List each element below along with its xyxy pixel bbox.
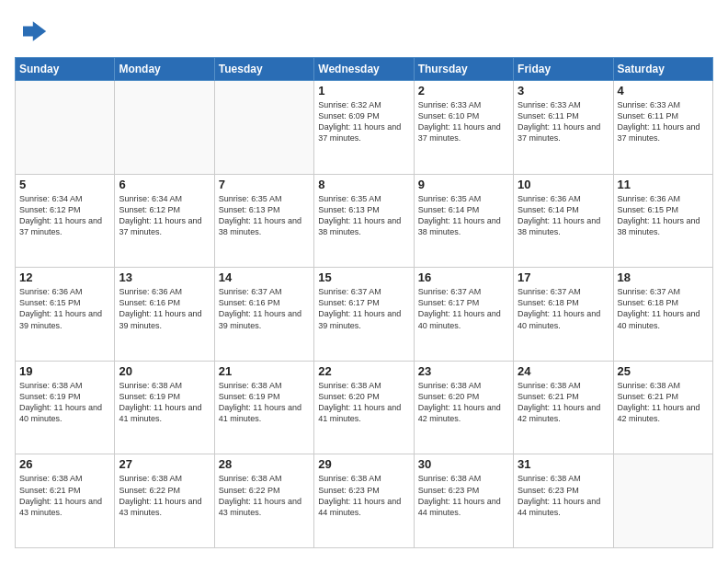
day-number: 13 bbox=[119, 270, 210, 284]
day-info: Sunrise: 6:38 AM Sunset: 6:21 PM Dayligh… bbox=[518, 380, 609, 425]
calendar-cell: 27Sunrise: 6:38 AM Sunset: 6:22 PM Dayli… bbox=[115, 454, 214, 548]
day-number: 31 bbox=[518, 457, 609, 471]
calendar-cell: 30Sunrise: 6:38 AM Sunset: 6:23 PM Dayli… bbox=[414, 454, 513, 548]
calendar-cell: 9Sunrise: 6:35 AM Sunset: 6:14 PM Daylig… bbox=[414, 174, 513, 268]
day-number: 9 bbox=[418, 178, 509, 191]
calendar-day-header: Monday bbox=[115, 58, 214, 81]
calendar-cell: 11Sunrise: 6:36 AM Sunset: 6:15 PM Dayli… bbox=[613, 174, 712, 268]
calendar-cell: 15Sunrise: 6:37 AM Sunset: 6:17 PM Dayli… bbox=[314, 268, 414, 362]
calendar-cell: 17Sunrise: 6:37 AM Sunset: 6:18 PM Dayli… bbox=[514, 268, 613, 362]
day-number: 8 bbox=[318, 178, 409, 191]
day-info: Sunrise: 6:36 AM Sunset: 6:14 PM Dayligh… bbox=[518, 193, 609, 238]
day-number: 1 bbox=[318, 84, 409, 98]
calendar-cell: 12Sunrise: 6:36 AM Sunset: 6:15 PM Dayli… bbox=[16, 268, 115, 362]
calendar-week-row: 5Sunrise: 6:34 AM Sunset: 6:12 PM Daylig… bbox=[16, 174, 713, 268]
header bbox=[15, 15, 713, 48]
day-number: 27 bbox=[119, 457, 210, 471]
calendar-cell: 18Sunrise: 6:37 AM Sunset: 6:18 PM Dayli… bbox=[613, 268, 712, 362]
calendar-cell: 25Sunrise: 6:38 AM Sunset: 6:21 PM Dayli… bbox=[613, 361, 712, 454]
calendar-cell: 23Sunrise: 6:38 AM Sunset: 6:20 PM Dayli… bbox=[414, 361, 513, 454]
day-info: Sunrise: 6:36 AM Sunset: 6:15 PM Dayligh… bbox=[19, 286, 110, 331]
day-info: Sunrise: 6:38 AM Sunset: 6:23 PM Dayligh… bbox=[518, 473, 609, 518]
calendar-cell: 10Sunrise: 6:36 AM Sunset: 6:14 PM Dayli… bbox=[514, 174, 613, 268]
calendar-cell bbox=[16, 81, 115, 175]
day-number: 16 bbox=[418, 270, 509, 284]
day-info: Sunrise: 6:38 AM Sunset: 6:23 PM Dayligh… bbox=[318, 473, 409, 518]
day-info: Sunrise: 6:38 AM Sunset: 6:19 PM Dayligh… bbox=[219, 380, 310, 425]
day-info: Sunrise: 6:32 AM Sunset: 6:09 PM Dayligh… bbox=[318, 99, 409, 144]
calendar-cell bbox=[115, 81, 214, 175]
day-info: Sunrise: 6:38 AM Sunset: 6:21 PM Dayligh… bbox=[618, 380, 709, 425]
calendar-cell bbox=[613, 454, 712, 548]
day-info: Sunrise: 6:37 AM Sunset: 6:18 PM Dayligh… bbox=[518, 286, 609, 331]
day-number: 7 bbox=[219, 178, 310, 191]
day-number: 18 bbox=[618, 270, 709, 284]
day-number: 20 bbox=[119, 364, 210, 378]
day-info: Sunrise: 6:38 AM Sunset: 6:19 PM Dayligh… bbox=[119, 380, 210, 425]
day-info: Sunrise: 6:38 AM Sunset: 6:20 PM Dayligh… bbox=[418, 380, 509, 425]
calendar-cell: 19Sunrise: 6:38 AM Sunset: 6:19 PM Dayli… bbox=[16, 361, 115, 454]
calendar-week-row: 1Sunrise: 6:32 AM Sunset: 6:09 PM Daylig… bbox=[16, 81, 713, 175]
calendar-cell: 21Sunrise: 6:38 AM Sunset: 6:19 PM Dayli… bbox=[214, 361, 313, 454]
logo-icon bbox=[15, 15, 48, 48]
day-number: 11 bbox=[618, 178, 709, 191]
calendar-cell: 24Sunrise: 6:38 AM Sunset: 6:21 PM Dayli… bbox=[514, 361, 613, 454]
calendar-cell: 6Sunrise: 6:34 AM Sunset: 6:12 PM Daylig… bbox=[115, 174, 214, 268]
calendar-cell: 7Sunrise: 6:35 AM Sunset: 6:13 PM Daylig… bbox=[214, 174, 313, 268]
day-number: 12 bbox=[19, 270, 110, 284]
calendar-cell: 20Sunrise: 6:38 AM Sunset: 6:19 PM Dayli… bbox=[115, 361, 214, 454]
day-info: Sunrise: 6:38 AM Sunset: 6:19 PM Dayligh… bbox=[19, 380, 110, 425]
calendar-cell: 22Sunrise: 6:38 AM Sunset: 6:20 PM Dayli… bbox=[314, 361, 414, 454]
day-number: 5 bbox=[19, 178, 110, 191]
day-info: Sunrise: 6:35 AM Sunset: 6:14 PM Dayligh… bbox=[418, 193, 509, 238]
day-info: Sunrise: 6:36 AM Sunset: 6:15 PM Dayligh… bbox=[618, 193, 709, 238]
day-info: Sunrise: 6:37 AM Sunset: 6:16 PM Dayligh… bbox=[219, 286, 310, 331]
day-info: Sunrise: 6:34 AM Sunset: 6:12 PM Dayligh… bbox=[19, 193, 110, 238]
day-number: 25 bbox=[618, 364, 709, 378]
calendar-header-row: SundayMondayTuesdayWednesdayThursdayFrid… bbox=[16, 58, 713, 81]
calendar-cell: 29Sunrise: 6:38 AM Sunset: 6:23 PM Dayli… bbox=[314, 454, 414, 548]
calendar-day-header: Wednesday bbox=[314, 58, 414, 81]
day-info: Sunrise: 6:36 AM Sunset: 6:16 PM Dayligh… bbox=[119, 286, 210, 331]
calendar-cell: 4Sunrise: 6:33 AM Sunset: 6:11 PM Daylig… bbox=[613, 81, 712, 175]
calendar-cell: 26Sunrise: 6:38 AM Sunset: 6:21 PM Dayli… bbox=[16, 454, 115, 548]
day-info: Sunrise: 6:38 AM Sunset: 6:20 PM Dayligh… bbox=[318, 380, 409, 425]
day-number: 24 bbox=[518, 364, 609, 378]
day-info: Sunrise: 6:37 AM Sunset: 6:17 PM Dayligh… bbox=[418, 286, 509, 331]
calendar-week-row: 26Sunrise: 6:38 AM Sunset: 6:21 PM Dayli… bbox=[16, 454, 713, 548]
logo bbox=[15, 15, 51, 48]
day-number: 22 bbox=[318, 364, 409, 378]
calendar-day-header: Saturday bbox=[613, 58, 712, 81]
day-info: Sunrise: 6:33 AM Sunset: 6:11 PM Dayligh… bbox=[618, 99, 709, 144]
day-number: 19 bbox=[19, 364, 110, 378]
calendar-cell: 13Sunrise: 6:36 AM Sunset: 6:16 PM Dayli… bbox=[115, 268, 214, 362]
day-info: Sunrise: 6:38 AM Sunset: 6:23 PM Dayligh… bbox=[418, 473, 509, 518]
svg-marker-0 bbox=[23, 21, 46, 41]
day-number: 2 bbox=[418, 84, 509, 98]
day-number: 10 bbox=[518, 178, 609, 191]
day-number: 3 bbox=[518, 84, 609, 98]
day-number: 30 bbox=[418, 457, 509, 471]
calendar-week-row: 12Sunrise: 6:36 AM Sunset: 6:15 PM Dayli… bbox=[16, 268, 713, 362]
calendar-cell: 5Sunrise: 6:34 AM Sunset: 6:12 PM Daylig… bbox=[16, 174, 115, 268]
day-info: Sunrise: 6:33 AM Sunset: 6:11 PM Dayligh… bbox=[518, 99, 609, 144]
calendar-cell: 8Sunrise: 6:35 AM Sunset: 6:13 PM Daylig… bbox=[314, 174, 414, 268]
calendar-cell: 2Sunrise: 6:33 AM Sunset: 6:10 PM Daylig… bbox=[414, 81, 513, 175]
day-number: 26 bbox=[19, 457, 110, 471]
calendar-table: SundayMondayTuesdayWednesdayThursdayFrid… bbox=[15, 57, 713, 548]
day-info: Sunrise: 6:37 AM Sunset: 6:17 PM Dayligh… bbox=[318, 286, 409, 331]
page: SundayMondayTuesdayWednesdayThursdayFrid… bbox=[0, 0, 728, 563]
day-info: Sunrise: 6:37 AM Sunset: 6:18 PM Dayligh… bbox=[618, 286, 709, 331]
calendar-day-header: Thursday bbox=[414, 58, 513, 81]
day-number: 21 bbox=[219, 364, 310, 378]
calendar-day-header: Friday bbox=[514, 58, 613, 81]
day-info: Sunrise: 6:38 AM Sunset: 6:22 PM Dayligh… bbox=[119, 473, 210, 518]
day-info: Sunrise: 6:33 AM Sunset: 6:10 PM Dayligh… bbox=[418, 99, 509, 144]
day-info: Sunrise: 6:35 AM Sunset: 6:13 PM Dayligh… bbox=[219, 193, 310, 238]
day-number: 28 bbox=[219, 457, 310, 471]
day-number: 6 bbox=[119, 178, 210, 191]
calendar-day-header: Tuesday bbox=[214, 58, 313, 81]
calendar-cell bbox=[214, 81, 313, 175]
day-number: 29 bbox=[318, 457, 409, 471]
day-number: 15 bbox=[318, 270, 409, 284]
